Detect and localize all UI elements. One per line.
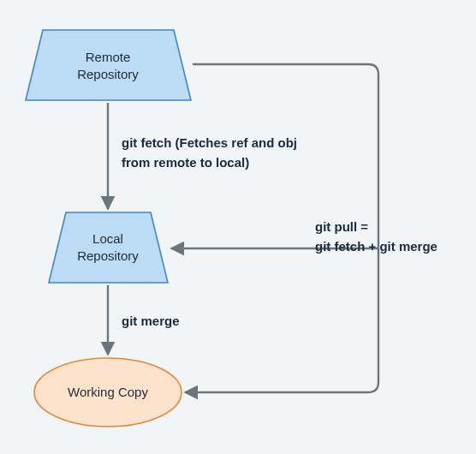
merge-label-1: git merge: [122, 314, 180, 328]
git-pull-diagram: Remote Repository Local Repository Worki…: [0, 0, 476, 454]
svg-marker-0: [26, 30, 191, 100]
fetch-label-2: from remote to local): [122, 155, 249, 170]
node-working-copy: Working Copy: [34, 358, 181, 427]
remote-label-2: Repository: [77, 67, 139, 81]
svg-marker-1: [49, 212, 168, 283]
node-local-repository: Local Repository: [49, 212, 168, 283]
fetch-label-1: git fetch (Fetches ref and obj: [122, 135, 297, 150]
local-label-2: Repository: [77, 248, 139, 263]
working-label-1: Working Copy: [68, 385, 148, 399]
local-label-1: Local: [92, 231, 123, 246]
pull-label-2: git fetch + git merge: [315, 239, 437, 254]
pull-label-1: git pull =: [315, 219, 368, 234]
node-remote-repository: Remote Repository: [26, 30, 191, 100]
remote-label-1: Remote: [86, 50, 131, 64]
